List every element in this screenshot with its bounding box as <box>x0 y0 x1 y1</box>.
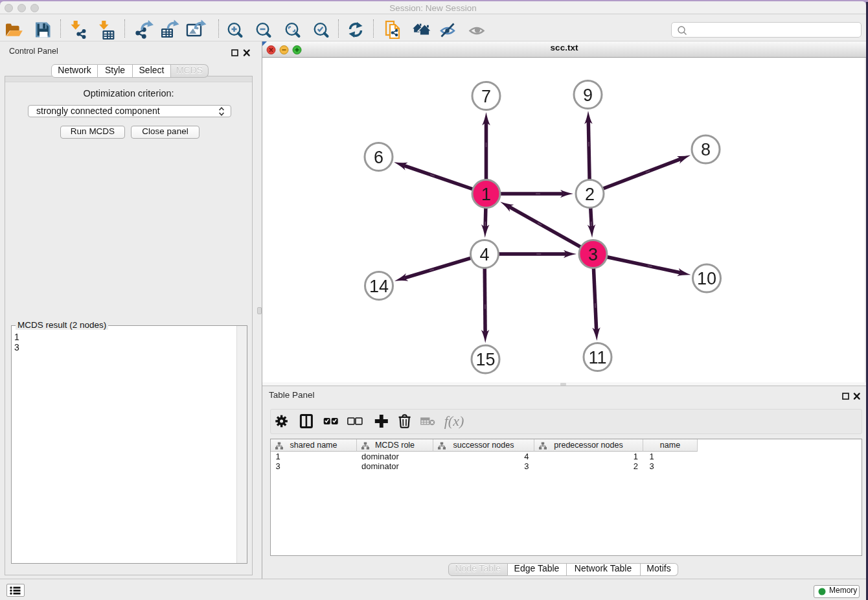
svg-text:9: 9 <box>583 86 593 105</box>
svg-text:f(x): f(x) <box>444 413 464 429</box>
svg-text:7: 7 <box>481 87 491 106</box>
svg-text:8: 8 <box>701 140 711 159</box>
svg-text:11: 11 <box>588 348 606 367</box>
svg-text:15: 15 <box>475 350 495 369</box>
svg-text:14: 14 <box>369 277 389 296</box>
svg-text:1: 1 <box>481 185 491 204</box>
svg-text:3: 3 <box>588 245 598 264</box>
svg-text:6: 6 <box>374 148 383 167</box>
svg-text:4: 4 <box>479 245 489 264</box>
svg-text:10: 10 <box>697 269 716 288</box>
svg-text:2: 2 <box>585 185 595 204</box>
